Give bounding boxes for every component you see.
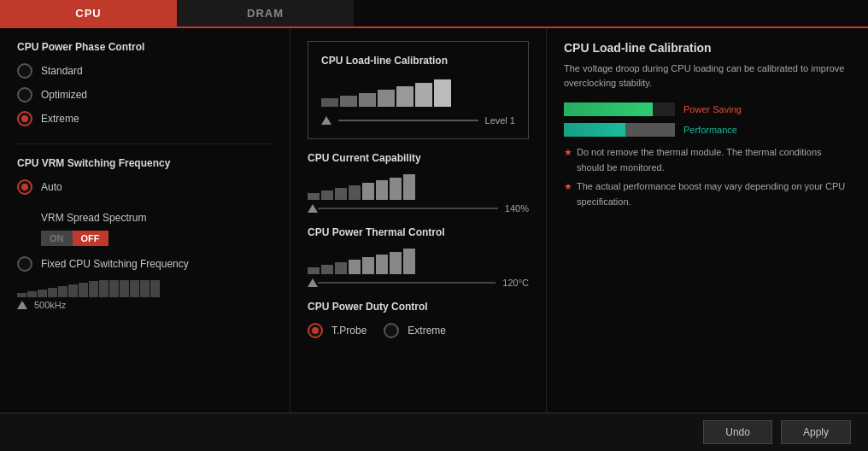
cc-5: [362, 183, 374, 200]
freq-bar-7: [79, 283, 88, 297]
current-cap-value: 140%: [505, 203, 529, 214]
phase-optimized[interactable]: Optimized: [17, 87, 273, 102]
vrm-section: CPU VRM Switching Frequency Auto VRM Spr…: [17, 157, 273, 310]
tc-8: [403, 249, 415, 274]
cc-1: [308, 193, 320, 200]
vrm-title: CPU VRM Switching Frequency: [17, 157, 273, 169]
freq-slider-thumb[interactable]: [17, 301, 27, 309]
phase-standard[interactable]: Standard: [17, 63, 273, 79]
phase-extreme-radio[interactable]: [17, 111, 32, 126]
phase-control-title: CPU Power Phase Control: [17, 41, 273, 53]
phase-extreme-label: Extreme: [41, 113, 79, 125]
spread-spectrum-toggle: ON OFF: [41, 231, 273, 246]
cs-4: [378, 90, 395, 107]
cc-3: [335, 188, 347, 200]
freq-bar-5: [58, 286, 67, 297]
freq-bar-12: [130, 280, 139, 297]
cs-3: [359, 93, 376, 107]
duty-tprobe-radio[interactable]: [308, 323, 323, 338]
freq-bar-3: [38, 290, 47, 297]
thermal-thumb[interactable]: [308, 278, 318, 287]
phase-standard-label: Standard: [41, 65, 83, 77]
calibration-box: CPU Load-line Calibration Level 1: [308, 41, 529, 139]
freq-bar-4: [48, 288, 57, 297]
note-2: ★ The actual performance boost may vary …: [564, 179, 851, 209]
tc-3: [335, 262, 347, 274]
calib-slider-track[interactable]: [338, 120, 478, 121]
main-content: CPU Power Phase Control Standard Optimiz…: [0, 28, 868, 413]
current-cap-title: CPU Current Capability: [308, 152, 529, 164]
right-title: CPU Load-line Calibration: [564, 41, 851, 55]
calib-slider-row: Level 1: [321, 115, 515, 126]
vrm-auto-label: Auto: [41, 181, 62, 193]
apply-button[interactable]: Apply: [781, 420, 851, 444]
duty-tprobe[interactable]: T.Probe: [308, 323, 367, 338]
cs-5: [396, 86, 413, 107]
tc-5: [362, 257, 374, 274]
bar-performance-label: Performance: [683, 125, 737, 135]
bar-performance: Performance: [564, 123, 851, 137]
bottom-bar: Undo Apply: [0, 413, 868, 451]
notes-section: ★ Do not remove the thermal module. The …: [564, 145, 851, 209]
thermal-track[interactable]: [318, 282, 496, 284]
cc-2: [321, 190, 333, 200]
vrm-auto[interactable]: Auto: [17, 179, 273, 195]
cs-6: [415, 83, 432, 107]
bar-performance-fill: [564, 123, 625, 137]
calib-staircase: [321, 77, 515, 107]
toggle-off-button[interactable]: OFF: [73, 231, 108, 246]
undo-button[interactable]: Undo: [703, 420, 772, 444]
phase-optimized-label: Optimized: [41, 89, 87, 101]
cc-7: [390, 178, 402, 200]
note-1-text: Do not remove the thermal module. The th…: [577, 145, 851, 175]
cs-2: [340, 96, 357, 107]
current-cap-section: CPU Current Capability 140%: [308, 152, 529, 214]
freq-bar-10: [109, 280, 119, 297]
duty-tprobe-label: T.Probe: [331, 325, 367, 337]
phase-extreme[interactable]: Extreme: [17, 111, 273, 126]
cc-6: [376, 180, 388, 200]
calibration-title: CPU Load-line Calibration: [321, 55, 515, 67]
tab-cpu[interactable]: CPU: [0, 0, 177, 26]
spread-spectrum-label: VRM Spread Spectrum: [41, 212, 146, 224]
note-1: ★ Do not remove the thermal module. The …: [564, 145, 851, 175]
freq-bar-9: [99, 280, 108, 297]
calib-slider-thumb[interactable]: [321, 116, 331, 125]
cs-7: [434, 79, 451, 107]
bar-power-saving-fill: [564, 102, 653, 116]
fixed-freq-label: Fixed CPU Switching Frequency: [41, 258, 189, 270]
note-2-text: The actual performance boost may vary de…: [577, 179, 851, 209]
current-cap-track[interactable]: [318, 208, 498, 209]
freq-bar-6: [68, 284, 78, 297]
tc-6: [376, 255, 388, 274]
thermal-section: CPU Power Thermal Control 120°C: [308, 226, 529, 288]
duty-extreme-radio[interactable]: [384, 323, 399, 338]
right-description: The voltage droop during CPU loading can…: [564, 62, 851, 90]
bar-power-saving-label: Power Saving: [683, 104, 742, 114]
phase-standard-radio[interactable]: [17, 63, 32, 79]
thermal-staircase: [308, 249, 529, 274]
cc-4: [349, 185, 361, 200]
star-1: ★: [564, 145, 572, 175]
cs-1: [321, 98, 338, 107]
phase-optimized-radio[interactable]: [17, 87, 32, 102]
current-cap-thumb[interactable]: [308, 204, 318, 213]
duty-radio-group: T.Probe Extreme: [308, 323, 529, 338]
toggle-on-button[interactable]: ON: [41, 231, 73, 246]
tab-dram[interactable]: DRAM: [177, 0, 354, 26]
vrm-auto-radio[interactable]: [17, 179, 32, 195]
thermal-value: 120°C: [502, 278, 529, 288]
fixed-freq-radio[interactable]: [17, 256, 32, 272]
phase-radio-group: Standard Optimized Extreme: [17, 63, 273, 126]
bar-performance-empty: [625, 123, 676, 137]
vrm-radio-group: Auto: [17, 179, 273, 195]
duty-extreme[interactable]: Extreme: [384, 323, 446, 338]
tc-4: [349, 260, 361, 274]
cc-8: [403, 174, 415, 200]
fixed-freq-option[interactable]: Fixed CPU Switching Frequency: [17, 256, 273, 272]
freq-bar-2: [27, 291, 37, 297]
freq-bar-14: [150, 280, 160, 297]
bar-power-saving: Power Saving: [564, 102, 851, 116]
star-2: ★: [564, 179, 572, 209]
thermal-title: CPU Power Thermal Control: [308, 226, 529, 238]
